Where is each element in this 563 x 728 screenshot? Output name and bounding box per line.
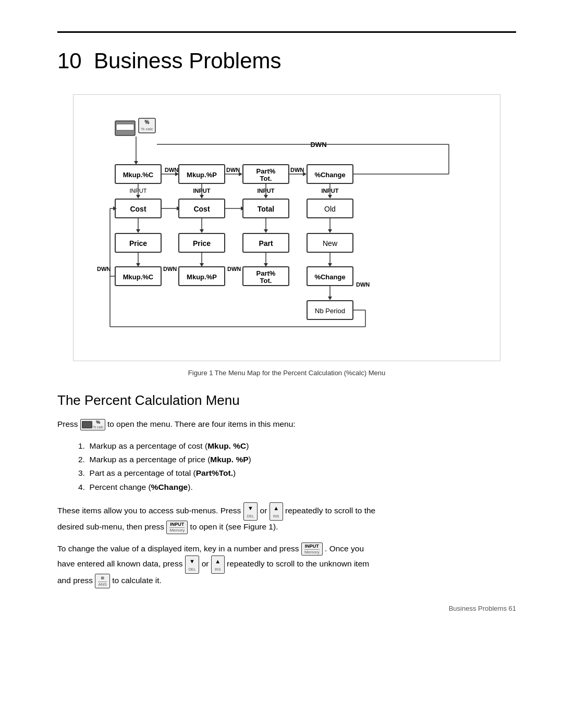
list-item-3: 3. Part as a percentage of total (Part%T… xyxy=(78,466,516,480)
list-item-2: 2. Markup as a percentage of price (Mkup… xyxy=(78,453,516,466)
pct-part: % % calc xyxy=(93,420,104,429)
ins-up-key-2: ▲ INS xyxy=(211,556,225,574)
svg-marker-61 xyxy=(328,229,332,233)
svg-text:Nb  Period: Nb Period xyxy=(315,307,345,315)
list-item-4: 4. Percent change (%Change). xyxy=(78,480,516,494)
svg-text:Tot.: Tot. xyxy=(260,175,272,182)
svg-text:Total: Total xyxy=(258,205,274,213)
chapter-title: 10 Business Problems xyxy=(57,48,516,73)
svg-text:Mkup.%P: Mkup.%P xyxy=(187,273,217,281)
svg-marker-74 xyxy=(136,263,140,267)
input-memory-key: INPUT Memory xyxy=(166,521,188,534)
svg-marker-76 xyxy=(200,263,204,267)
svg-text:DWN: DWN xyxy=(227,266,241,272)
svg-text:Tot.: Tot. xyxy=(260,277,272,285)
svg-marker-9 xyxy=(134,161,138,165)
svg-text:Mkup.%P: Mkup.%P xyxy=(187,171,217,179)
svg-text:DWN: DWN xyxy=(356,281,370,288)
footer: Business Problems 61 xyxy=(449,604,516,612)
svg-text:Mkup.%C: Mkup.%C xyxy=(123,171,154,179)
top-border xyxy=(57,31,516,33)
svg-text:Price: Price xyxy=(129,239,147,248)
diagram-container: % % calc DWN Mkup.%C DWN Mkup.%P xyxy=(73,94,500,361)
svg-text:New: New xyxy=(323,239,338,248)
svg-text:Part%: Part% xyxy=(256,269,276,277)
svg-text:Part%: Part% xyxy=(256,167,276,175)
svg-text:DWN: DWN xyxy=(163,266,177,272)
menu-list: 1. Markup as a percentage of cost (Mkup.… xyxy=(78,439,516,494)
body-para-1: Press % % calc to open the menu. There a… xyxy=(57,418,516,431)
svg-text:DWN: DWN xyxy=(97,266,111,272)
svg-marker-78 xyxy=(264,263,268,267)
body-para-3: To change the value of a displayed item,… xyxy=(57,542,516,588)
ins-up-key: ▲ INS xyxy=(270,502,283,521)
svg-text:DWN: DWN xyxy=(165,167,178,173)
svg-marker-39 xyxy=(264,195,268,199)
svg-marker-92 xyxy=(328,297,332,300)
svg-text:Old: Old xyxy=(324,205,336,213)
svg-marker-37 xyxy=(200,195,204,199)
svg-text:Part: Part xyxy=(259,239,273,248)
figure-caption: Figure 1 The Menu Map for the Percent Ca… xyxy=(57,369,516,377)
svg-marker-55 xyxy=(136,229,140,233)
svg-text:Mkup.%C: Mkup.%C xyxy=(123,273,154,281)
del-down-key: ▼ DEL xyxy=(243,502,258,521)
svg-marker-59 xyxy=(264,229,268,233)
svg-marker-41 xyxy=(328,195,332,199)
svg-text:Cost: Cost xyxy=(130,205,146,213)
svg-text:%Change: %Change xyxy=(314,273,345,281)
page: 10 Business Problems % % calc DWN Mkup xyxy=(0,0,563,628)
list-item-1: 1. Markup as a percentage of cost (Mkup.… xyxy=(78,439,516,453)
svg-marker-19 xyxy=(239,172,242,176)
svg-text:Price: Price xyxy=(193,239,211,248)
svg-rect-1 xyxy=(116,124,134,130)
svg-marker-57 xyxy=(200,229,204,233)
svg-marker-25 xyxy=(303,172,307,176)
calc-key-icon: % % calc xyxy=(80,419,105,430)
svg-text:% calc: % calc xyxy=(141,127,153,131)
svg-marker-80 xyxy=(328,263,332,267)
svg-text:%Change: %Change xyxy=(314,171,345,179)
eq-ans-key: = ANS xyxy=(95,574,109,588)
svg-text:%: % xyxy=(145,119,150,125)
svg-marker-35 xyxy=(136,195,140,199)
body-para-2: These items allow you to access sub-menu… xyxy=(57,502,516,534)
input-memory-key-2: INPUT Memory xyxy=(301,542,323,556)
svg-text:DWN: DWN xyxy=(290,167,304,173)
section-title: The Percent Calculation Menu xyxy=(57,392,516,409)
svg-text:DWN: DWN xyxy=(226,167,240,173)
svg-text:Cost: Cost xyxy=(193,205,210,213)
diagram-svg: % % calc DWN Mkup.%C DWN Mkup.%P xyxy=(84,110,491,350)
calc-rect xyxy=(82,421,92,428)
del-down-key-2: ▼ DEL xyxy=(185,556,200,574)
